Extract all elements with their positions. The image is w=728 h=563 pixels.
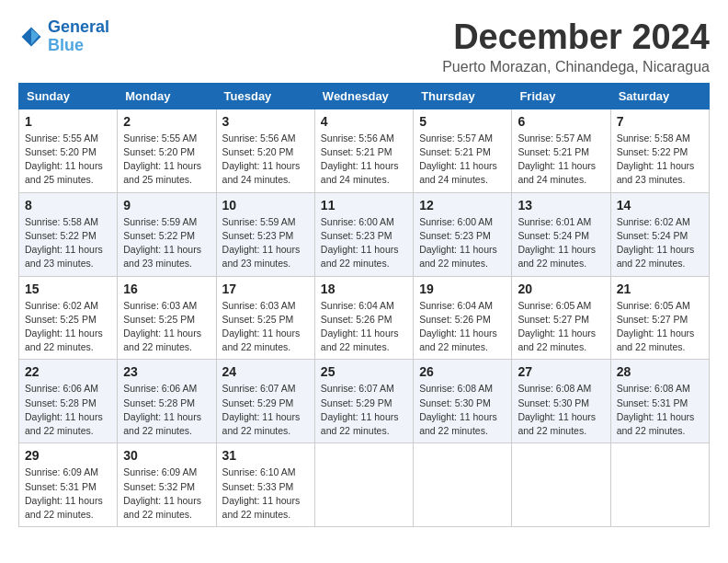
calendar-cell: 23 Sunrise: 6:06 AM Sunset: 5:28 PM Dayl… [118,360,216,443]
day-info: Sunrise: 6:06 AM Sunset: 5:28 PM Dayligh… [25,382,111,438]
day-number: 19 [419,282,506,296]
day-number: 10 [222,198,309,213]
weekday-header-friday: Friday [512,83,610,109]
calendar-cell: 26 Sunrise: 6:08 AM Sunset: 5:30 PM Dayl… [414,360,512,443]
day-number: 25 [321,364,407,379]
calendar-cell: 30 Sunrise: 6:09 AM Sunset: 5:32 PM Dayl… [118,443,216,527]
day-info: Sunrise: 6:09 AM Sunset: 5:32 PM Dayligh… [123,465,210,522]
calendar-week-3: 15 Sunrise: 6:02 AM Sunset: 5:25 PM Dayl… [19,276,710,360]
day-info: Sunrise: 6:03 AM Sunset: 5:25 PM Dayligh… [222,299,309,355]
day-info: Sunrise: 6:08 AM Sunset: 5:30 PM Dayligh… [518,382,604,438]
day-info: Sunrise: 5:56 AM Sunset: 5:20 PM Dayligh… [222,132,309,188]
day-info: Sunrise: 6:01 AM Sunset: 5:24 PM Dayligh… [518,215,604,271]
calendar-cell: 22 Sunrise: 6:06 AM Sunset: 5:28 PM Dayl… [19,360,118,443]
day-number: 24 [222,364,309,379]
day-number: 3 [222,114,309,129]
day-info: Sunrise: 5:59 AM Sunset: 5:23 PM Dayligh… [222,215,309,271]
weekday-header-monday: Monday [118,83,216,109]
weekday-header-thursday: Thursday [414,83,512,109]
day-number: 4 [321,114,407,129]
calendar-cell: 4 Sunrise: 5:56 AM Sunset: 5:21 PM Dayli… [314,109,413,192]
calendar-week-1: 1 Sunrise: 5:55 AM Sunset: 5:20 PM Dayli… [19,109,710,192]
day-info: Sunrise: 6:03 AM Sunset: 5:25 PM Dayligh… [123,299,210,355]
weekday-header-wednesday: Wednesday [314,83,413,109]
day-number: 29 [25,448,111,463]
day-info: Sunrise: 5:59 AM Sunset: 5:22 PM Dayligh… [123,215,210,271]
calendar-cell: 8 Sunrise: 5:58 AM Sunset: 5:22 PM Dayli… [19,192,118,276]
day-number: 20 [518,282,604,296]
calendar-cell: 5 Sunrise: 5:57 AM Sunset: 5:21 PM Dayli… [414,109,512,192]
calendar-cell: 6 Sunrise: 5:57 AM Sunset: 5:21 PM Dayli… [512,109,610,192]
day-number: 1 [25,114,111,129]
day-info: Sunrise: 6:06 AM Sunset: 5:28 PM Dayligh… [123,382,210,438]
day-number: 16 [123,282,210,296]
day-info: Sunrise: 6:07 AM Sunset: 5:29 PM Dayligh… [321,382,407,438]
day-number: 17 [222,282,309,296]
calendar-cell: 24 Sunrise: 6:07 AM Sunset: 5:29 PM Dayl… [216,360,314,443]
day-number: 22 [25,364,111,379]
day-number: 5 [419,114,506,129]
calendar-cell: 7 Sunrise: 5:58 AM Sunset: 5:22 PM Dayli… [610,109,709,192]
calendar-cell: 9 Sunrise: 5:59 AM Sunset: 5:22 PM Dayli… [118,192,216,276]
day-info: Sunrise: 6:10 AM Sunset: 5:33 PM Dayligh… [222,465,309,522]
calendar-cell [414,443,512,527]
calendar-cell: 19 Sunrise: 6:04 AM Sunset: 5:26 PM Dayl… [414,276,512,360]
calendar-cell: 28 Sunrise: 6:08 AM Sunset: 5:31 PM Dayl… [610,360,709,443]
day-number: 13 [518,198,604,213]
calendar-cell: 17 Sunrise: 6:03 AM Sunset: 5:25 PM Dayl… [216,276,314,360]
calendar-cell: 14 Sunrise: 6:02 AM Sunset: 5:24 PM Dayl… [610,192,709,276]
calendar-cell: 11 Sunrise: 6:00 AM Sunset: 5:23 PM Dayl… [314,192,413,276]
day-number: 15 [25,282,111,296]
calendar-cell [610,443,709,527]
day-number: 27 [518,364,604,379]
day-number: 18 [321,282,407,296]
location-title: Puerto Morazan, Chinandega, Nicaragua [442,59,710,75]
weekday-header-row: SundayMondayTuesdayWednesdayThursdayFrid… [19,83,710,109]
day-number: 23 [123,364,210,379]
day-info: Sunrise: 5:58 AM Sunset: 5:22 PM Dayligh… [25,215,111,271]
day-number: 8 [25,198,111,213]
calendar-cell: 29 Sunrise: 6:09 AM Sunset: 5:31 PM Dayl… [19,443,118,527]
day-info: Sunrise: 6:04 AM Sunset: 5:26 PM Dayligh… [321,299,407,355]
day-info: Sunrise: 5:58 AM Sunset: 5:22 PM Dayligh… [617,132,703,188]
calendar-cell [512,443,610,527]
logo-text: General Blue [48,18,109,55]
day-number: 14 [617,198,703,213]
day-info: Sunrise: 6:05 AM Sunset: 5:27 PM Dayligh… [617,299,703,355]
day-info: Sunrise: 6:02 AM Sunset: 5:24 PM Dayligh… [617,215,703,271]
day-number: 31 [222,448,309,463]
weekday-header-saturday: Saturday [610,83,709,109]
day-info: Sunrise: 5:56 AM Sunset: 5:21 PM Dayligh… [321,132,407,188]
calendar-cell: 13 Sunrise: 6:01 AM Sunset: 5:24 PM Dayl… [512,192,610,276]
calendar-cell: 27 Sunrise: 6:08 AM Sunset: 5:30 PM Dayl… [512,360,610,443]
day-info: Sunrise: 6:02 AM Sunset: 5:25 PM Dayligh… [25,299,111,355]
day-info: Sunrise: 6:08 AM Sunset: 5:31 PM Dayligh… [617,382,703,438]
day-number: 30 [123,448,210,463]
day-info: Sunrise: 5:57 AM Sunset: 5:21 PM Dayligh… [518,132,604,188]
calendar-week-4: 22 Sunrise: 6:06 AM Sunset: 5:28 PM Dayl… [19,360,710,443]
day-number: 11 [321,198,407,213]
logo: General Blue [18,18,109,55]
calendar-cell: 21 Sunrise: 6:05 AM Sunset: 5:27 PM Dayl… [610,276,709,360]
logo-icon [18,24,44,50]
day-number: 9 [123,198,210,213]
day-number: 26 [419,364,506,379]
calendar-cell: 3 Sunrise: 5:56 AM Sunset: 5:20 PM Dayli… [216,109,314,192]
calendar-cell [314,443,413,527]
day-info: Sunrise: 6:00 AM Sunset: 5:23 PM Dayligh… [321,215,407,271]
day-info: Sunrise: 6:07 AM Sunset: 5:29 PM Dayligh… [222,382,309,438]
day-info: Sunrise: 5:55 AM Sunset: 5:20 PM Dayligh… [25,132,111,188]
calendar-cell: 10 Sunrise: 5:59 AM Sunset: 5:23 PM Dayl… [216,192,314,276]
day-info: Sunrise: 6:08 AM Sunset: 5:30 PM Dayligh… [419,382,506,438]
page-header: General Blue December 2024 Puerto Moraza… [18,18,710,75]
day-number: 2 [123,114,210,129]
calendar-cell: 2 Sunrise: 5:55 AM Sunset: 5:20 PM Dayli… [118,109,216,192]
calendar-table: SundayMondayTuesdayWednesdayThursdayFrid… [18,83,710,527]
day-number: 12 [419,198,506,213]
calendar-cell: 1 Sunrise: 5:55 AM Sunset: 5:20 PM Dayli… [19,109,118,192]
calendar-cell: 25 Sunrise: 6:07 AM Sunset: 5:29 PM Dayl… [314,360,413,443]
calendar-cell: 31 Sunrise: 6:10 AM Sunset: 5:33 PM Dayl… [216,443,314,527]
month-title: December 2024 [442,18,710,57]
calendar-week-5: 29 Sunrise: 6:09 AM Sunset: 5:31 PM Dayl… [19,443,710,527]
weekday-header-tuesday: Tuesday [216,83,314,109]
